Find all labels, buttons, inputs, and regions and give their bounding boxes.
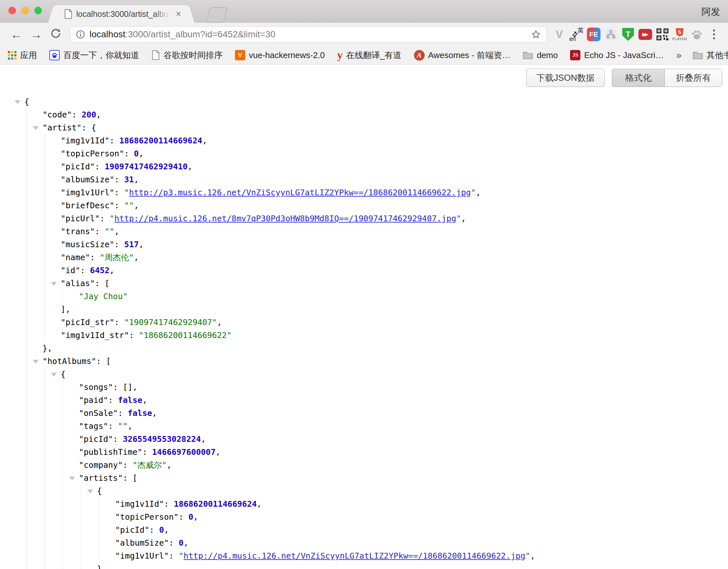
format-button[interactable]: 格式化 <box>612 69 665 87</box>
collapse-toggle-icon[interactable] <box>33 360 39 364</box>
collapse-toggle-icon[interactable] <box>69 477 75 480</box>
json-line: "briefDesc": "", <box>61 199 728 212</box>
bookmark-label: 应用 <box>20 50 37 61</box>
json-line: "img1v1Url": "http://p4.music.126.net/Vn… <box>115 550 728 563</box>
bookmark-item[interactable]: AAwesomes - 前端资… <box>414 50 511 61</box>
json-link[interactable]: http://p4.music.126.net/8mv7qP30Pd3oHW8b… <box>115 214 456 223</box>
json-line: ], <box>61 303 728 316</box>
json-line: { <box>61 368 728 381</box>
forward-button[interactable]: → <box>30 29 42 41</box>
browser-toolbar: ← → localhost:3000/artist_album?id=6452&… <box>0 23 728 46</box>
back-button[interactable]: ← <box>10 29 22 41</box>
other-bookmarks-label: 其他书签 <box>707 50 728 61</box>
collapse-toggle-icon[interactable] <box>33 126 39 130</box>
paw-extension-icon[interactable] <box>689 27 704 42</box>
json-line: "topicPerson": 0, <box>61 147 728 160</box>
json-line: "musicSize": 517, <box>61 238 728 251</box>
html5-player-extension-icon[interactable]: 5 PLAYER <box>672 27 687 42</box>
collapse-toggle-icon[interactable] <box>51 373 57 377</box>
fullscreen-window-button[interactable] <box>34 7 42 14</box>
json-link[interactable]: http://p3.music.126.net/VnZiScyynLG7atLI… <box>129 188 471 197</box>
json-line: "paid": false, <box>79 394 728 407</box>
browser-tab[interactable]: localhost:3000/artist_album?id × <box>57 5 186 23</box>
json-line: "id": 6452, <box>61 264 728 277</box>
json-line: "Jay Chou" <box>79 290 728 303</box>
json-line: { <box>97 485 728 498</box>
fe-extension-icon[interactable]: FE <box>586 27 601 42</box>
collapse-toggle-icon[interactable] <box>51 282 57 286</box>
qr-code-extension-icon[interactable] <box>655 27 670 42</box>
fast-forward-extension-icon[interactable]: ▶▶ <box>638 27 653 42</box>
bookmark-item[interactable]: y在线翻译_有道 <box>337 50 401 61</box>
minimize-window-button[interactable] <box>21 7 29 14</box>
window-titlebar: localhost:3000/artist_album?id × 阿发 <box>0 0 728 23</box>
json-line: "company": "杰威尔", <box>79 459 728 472</box>
bookmark-label: 在线翻译_有道 <box>346 50 401 61</box>
bookmark-label: Echo JS - JavaScri… <box>584 50 664 60</box>
json-line: "picId": 3265549553028224, <box>79 433 728 446</box>
bookmark-item[interactable]: 应用 <box>8 50 37 61</box>
json-line: "img1v1Id": 18686200114669624, <box>61 134 728 147</box>
json-link[interactable]: http://p4.music.126.net/VnZiScyynLG7atLI… <box>184 551 526 561</box>
collapse-toggle-icon[interactable] <box>87 490 93 493</box>
json-line: }, <box>42 342 728 355</box>
view-mode-segment: 格式化 折叠所有 <box>612 69 722 87</box>
json-line: "img1v1Id": 18686200114669624, <box>115 498 728 511</box>
apps-grid-icon <box>8 51 17 60</box>
bookmark-label: Awesomes - 前端资… <box>428 50 511 61</box>
bookmark-label: vue-hackernews-2.0 <box>249 50 325 60</box>
browser-menu-icon[interactable] <box>707 27 722 42</box>
json-line: "alias": [ <box>61 277 728 290</box>
json-line: }, <box>97 563 728 569</box>
other-bookmarks-folder[interactable]: 其他书签 <box>693 50 728 61</box>
url-path: :3000/artist_album?id=6452&limit=30 <box>126 29 275 39</box>
json-line: "publishTime": 1466697600007, <box>79 446 728 459</box>
close-window-button[interactable] <box>8 7 16 14</box>
json-line: "albumSize": 31, <box>61 173 728 186</box>
bookmark-star-icon[interactable] <box>531 29 541 40</box>
bookmark-item[interactable]: 谷歌按时间排序 <box>152 50 223 61</box>
reload-button[interactable] <box>50 28 62 41</box>
bookmark-item[interactable]: Vvue-hackernews-2.0 <box>235 50 325 60</box>
echojs-icon: JS <box>570 50 580 60</box>
url-text[interactable]: localhost:3000/artist_album?id=6452&limi… <box>90 29 275 40</box>
json-line: "onSale": false, <box>79 407 728 420</box>
json-line: "songs": [], <box>79 381 728 394</box>
bookmark-item[interactable]: demo <box>523 50 558 60</box>
bookmark-item[interactable]: 百度一下，你就知道 <box>49 50 139 61</box>
json-line: "artist": { <box>42 121 728 134</box>
vue-devtools-icon[interactable]: V <box>552 27 567 42</box>
folder-icon <box>693 51 703 59</box>
json-line: "tags": "", <box>79 420 728 433</box>
json-toolbar: 下载JSON数据 格式化 折叠所有 <box>526 69 722 87</box>
json-line: { <box>24 95 728 108</box>
json-line: "img1v1Url": "http://p3.music.126.net/Vn… <box>61 186 728 199</box>
awesomes-icon: A <box>414 50 425 61</box>
shield-extension-icon[interactable]: T <box>621 27 636 42</box>
tab-close-icon[interactable]: × <box>175 10 182 18</box>
new-tab-button[interactable] <box>206 7 228 23</box>
page-info-icon[interactable] <box>76 30 85 39</box>
bookmark-item[interactable]: JSEcho JS - JavaScri… <box>570 50 664 60</box>
json-line: "name": "周杰伦", <box>61 251 728 264</box>
json-line: "picUrl": "http://p4.music.126.net/8mv7q… <box>61 212 728 225</box>
download-json-button[interactable]: 下载JSON数据 <box>526 69 605 87</box>
browser-profile-name[interactable]: 阿发 <box>701 6 720 18</box>
json-viewer: {"code": 200,"artist": {"img1v1Id": 1868… <box>0 65 728 569</box>
collapse-all-button[interactable]: 折叠所有 <box>665 69 722 87</box>
json-line: "picId_str": "19097417462929407", <box>61 316 728 329</box>
translate-extension-icon[interactable]: 英 ⇄ en <box>569 27 584 42</box>
tab-title: localhost:3000/artist_album?id <box>76 9 173 19</box>
bookmarks-overflow-chevron[interactable]: » <box>676 50 682 61</box>
url-bar[interactable]: localhost:3000/artist_album?id=6452&limi… <box>70 26 547 42</box>
extension-icons-row: V 英 ⇄ en FE T ▶▶ <box>552 27 722 42</box>
bookmark-label: 谷歌按时间排序 <box>164 50 223 61</box>
collapse-toggle-icon[interactable] <box>15 100 20 104</box>
json-line: "hotAlbums": [ <box>42 355 728 368</box>
bookmarks-bar: 应用百度一下，你就知道谷歌按时间排序Vvue-hackernews-2.0y在线… <box>0 46 728 65</box>
sitemap-extension-icon[interactable] <box>603 27 618 42</box>
json-line: "albumSize": 0, <box>115 537 728 550</box>
folder-icon <box>523 51 533 59</box>
vue-icon: V <box>235 50 245 60</box>
json-line: "trans": "", <box>61 225 728 238</box>
